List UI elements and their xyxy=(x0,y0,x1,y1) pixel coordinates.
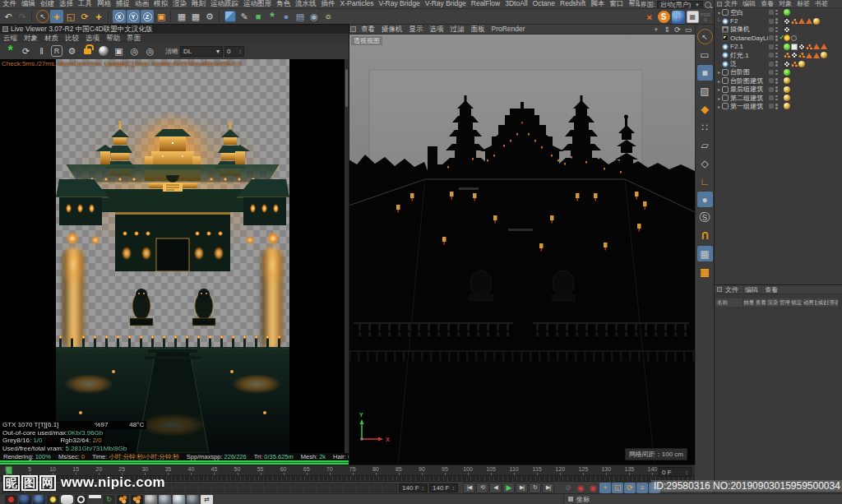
material-thumb-stone-1[interactable] xyxy=(145,495,157,504)
lv-icon-material-ball[interactable] xyxy=(96,44,110,58)
lv-menu-item-5[interactable]: 帮助 xyxy=(103,34,123,44)
phong-tag-icon[interactable] xyxy=(791,61,798,67)
toolbar-icon-live-selection[interactable]: ↖ xyxy=(36,10,49,23)
material-thumb-ring[interactable] xyxy=(75,495,87,504)
material-thumb-blossom-1[interactable] xyxy=(117,495,129,504)
menubar-item-17[interactable]: V-Ray Bridge xyxy=(377,0,423,9)
square-white-tag-icon[interactable] xyxy=(791,44,798,50)
visibility-toggles[interactable] xyxy=(769,27,778,33)
menubar-item-3[interactable]: 选择 xyxy=(57,0,76,9)
mode-icon-snap[interactable]: Ⓢ xyxy=(697,210,713,225)
vp-menu-item-0[interactable]: 查看 xyxy=(358,25,378,35)
keyframe-selection-button[interactable]: ◉ xyxy=(587,483,599,493)
phong-tag-icon[interactable] xyxy=(791,18,798,25)
spinner-icon[interactable]: ↕ xyxy=(422,485,425,491)
goto-end-button[interactable]: ▶| xyxy=(542,483,554,493)
object-row-3[interactable]: OctaneDayLight✓ xyxy=(715,34,842,42)
lv-menu-item-4[interactable]: 选项 xyxy=(82,34,103,44)
tree-caret-icon[interactable]: ▸ xyxy=(716,86,722,92)
checker-tag-icon[interactable] xyxy=(798,44,805,50)
object-row-7[interactable]: ▸台阶图 xyxy=(715,68,842,76)
range-end-field-2[interactable]: 140 F↕ xyxy=(429,483,458,492)
menubar-item-10[interactable]: 雕刻 xyxy=(189,0,208,9)
visibility-toggles[interactable] xyxy=(769,10,778,16)
checker-tag-icon[interactable] xyxy=(784,18,790,25)
toolbar-icon-scale[interactable]: ◱ xyxy=(64,10,77,23)
material-tag-icon[interactable] xyxy=(821,52,827,58)
tree-caret-icon[interactable]: ▾ xyxy=(716,10,722,16)
menubar-item-4[interactable]: 工具 xyxy=(76,0,95,9)
interface-select[interactable]: 启动(用户) ▼ xyxy=(657,1,703,9)
vp-menu-item-6[interactable]: ProRender xyxy=(488,25,529,35)
sun-tag-icon[interactable] xyxy=(784,35,790,41)
visibility-dots[interactable] xyxy=(775,27,778,33)
target-tag-icon[interactable] xyxy=(791,35,797,41)
menubar-item-22[interactable]: Redshift xyxy=(557,0,588,9)
material-tag-icon[interactable] xyxy=(784,86,790,93)
vp-menu-item-2[interactable]: 显示 xyxy=(406,25,427,35)
tree-caret-icon[interactable]: ▸ xyxy=(716,95,722,101)
lv-icon-region-render[interactable]: R xyxy=(51,45,62,57)
dot-green-tag-icon[interactable] xyxy=(784,44,790,50)
prev-frame-button[interactable]: ◀ xyxy=(489,483,502,493)
layer-swatch[interactable] xyxy=(769,44,774,49)
menubar-item-0[interactable]: 文件 xyxy=(0,0,19,9)
mode-icon-workplane[interactable]: ◆ xyxy=(697,101,713,117)
menubar-item-6[interactable]: 捕捉 xyxy=(113,0,132,9)
object-row-10[interactable]: ▸第二组建筑 xyxy=(715,94,842,102)
visibility-dots[interactable] xyxy=(775,61,778,67)
visibility-dots[interactable] xyxy=(775,86,778,92)
live-viewer-render-area[interactable]: Check:5ms./27ms. MeshGen:0ms. Update[C]:… xyxy=(0,59,349,453)
live-viewer-titlebar[interactable]: Live Viewer 3.07-R2 中国C4D联盟中文汉化版 xyxy=(0,25,349,34)
mode-icon-rectangle-selection[interactable]: ▭ xyxy=(697,47,713,62)
material-thumb-shuffle[interactable]: ⇄ xyxy=(201,495,213,504)
triangle-tag-icon[interactable] xyxy=(798,18,805,24)
menubar-item-16[interactable]: X-Particles xyxy=(338,0,377,9)
menubar-item-9[interactable]: 渲染 xyxy=(170,0,189,9)
object-row-4[interactable]: F2.1 xyxy=(715,43,842,51)
cycle-button[interactable]: ↻ xyxy=(529,483,541,493)
visibility-toggles[interactable]: ✓ xyxy=(769,35,784,41)
checker-tag-icon[interactable] xyxy=(791,52,798,58)
material-tag-icon[interactable] xyxy=(784,77,790,84)
layer-swatch[interactable] xyxy=(769,70,774,75)
dot-green-tag-icon[interactable] xyxy=(784,9,790,16)
mode-icon-texture-mode[interactable]: ▨ xyxy=(697,83,713,99)
zoom-icon[interactable]: ⇕ xyxy=(662,25,672,35)
triangle-tag-icon[interactable] xyxy=(806,18,812,24)
material-thumb-stone-3[interactable] xyxy=(173,495,185,504)
record-key-button[interactable]: ⊘ xyxy=(562,483,574,493)
lv-icon-restart-render[interactable]: * xyxy=(3,44,17,58)
visibility-dots[interactable] xyxy=(775,10,778,16)
layer-swatch[interactable] xyxy=(769,87,774,92)
play-button[interactable]: ▶ xyxy=(502,483,515,493)
material-tag-icon[interactable] xyxy=(784,103,790,109)
mode-icon-workplane-mode[interactable]: ▦ xyxy=(697,264,713,280)
visibility-dots[interactable] xyxy=(775,44,778,50)
lv-icon-pause[interactable]: ‖ xyxy=(35,44,49,58)
mode-icon-points-mode[interactable]: ∷ xyxy=(697,119,713,135)
toolbar-icon-rotate[interactable]: ⟳ xyxy=(78,10,91,23)
visibility-dots[interactable] xyxy=(775,53,778,58)
lv-menu-item-0[interactable]: 云端 xyxy=(0,34,21,44)
menubar-item-2[interactable]: 创建 xyxy=(38,0,57,9)
layer-swatch[interactable] xyxy=(769,104,774,109)
lv-icon-lock-resolution[interactable] xyxy=(81,44,95,58)
toolbar-icon-redo[interactable]: ↷ xyxy=(16,10,29,23)
toolbar-icon-primitive-cube[interactable] xyxy=(224,11,236,22)
material-thumb-stone-2[interactable] xyxy=(159,495,171,504)
lv-menu-item-3[interactable]: 比较 xyxy=(62,34,82,44)
layer-swatch[interactable] xyxy=(769,10,774,15)
om-menu-item-1[interactable]: 编辑 xyxy=(740,0,758,8)
toolbar-icon-subdivide[interactable]: ■ xyxy=(252,10,265,23)
object-row-9[interactable]: ▸最后组建筑 xyxy=(715,86,842,94)
visibility-toggles[interactable] xyxy=(769,18,778,24)
vp-menu-item-4[interactable]: 过滤 xyxy=(447,25,468,35)
layer-swatch[interactable] xyxy=(769,53,774,58)
om-menu-item-3[interactable]: 对象 xyxy=(776,0,794,8)
material-thumb-stone-4[interactable] xyxy=(187,495,199,504)
material-thumb-record[interactable] xyxy=(5,495,17,504)
layer-swatch[interactable] xyxy=(769,95,774,100)
menubar-item-14[interactable]: 流水线 xyxy=(293,0,319,9)
visibility-toggles[interactable] xyxy=(769,53,778,58)
